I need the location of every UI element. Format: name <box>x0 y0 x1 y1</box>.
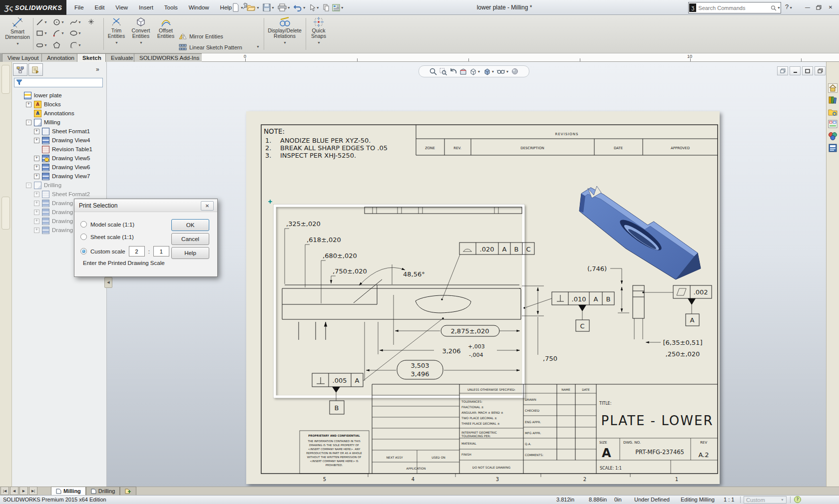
print-icon[interactable]: ▼ <box>277 2 292 12</box>
menu-view[interactable]: View <box>110 2 133 13</box>
doc-restore-icon[interactable] <box>815 66 826 75</box>
tab-view-layout[interactable]: View Layout <box>2 53 44 62</box>
drawing-sheet[interactable]: NOTE: 1. ANODIZE BLUE PER XYZ-50. 2. BRE… <box>246 111 720 484</box>
fcf-profile[interactable]: .020 A B C <box>442 243 534 298</box>
hide-show-items-icon[interactable]: ▼ <box>497 68 509 75</box>
fcf-perpendicularity[interactable]: .010 A B C <box>526 292 614 331</box>
tree-item-lower-plate[interactable]: lower plate <box>12 91 107 100</box>
tree-item-annotations[interactable]: Annotations <box>12 109 107 118</box>
fcf-perpendicularity-2[interactable]: .005 A B <box>312 373 363 414</box>
menu-insert[interactable]: Insert <box>133 2 159 13</box>
expand-icon[interactable]: + <box>34 210 39 215</box>
menu-tools[interactable]: Tools <box>159 2 183 13</box>
add-sheet-tab[interactable] <box>120 487 136 495</box>
spline-tool-icon[interactable]: ▼ <box>70 18 81 26</box>
display-delete-relations-button[interactable]: Display/Delete Relations▼ <box>266 16 303 45</box>
menu-edit[interactable]: Edit <box>89 2 110 13</box>
expand-icon[interactable]: + <box>34 129 39 134</box>
view-settings-icon[interactable]: ▼ <box>331 3 345 12</box>
tab-sketch[interactable]: Sketch <box>77 53 107 62</box>
mirror-entities-icon[interactable] <box>179 33 187 40</box>
mirror-entities-label[interactable]: Mirror Entities <box>189 33 223 39</box>
save-icon[interactable]: ▼ <box>262 2 276 12</box>
sheet-tab-drilling[interactable]: Drilling <box>86 487 120 495</box>
selected-drawing-view-border[interactable] <box>268 200 525 398</box>
property-manager-tab[interactable] <box>28 63 43 76</box>
tree-item-drawing-view6[interactable]: +Drawing View6 <box>12 163 107 172</box>
slot-tool-icon[interactable]: ▼ <box>36 41 47 49</box>
polygon-tool-icon[interactable] <box>53 41 60 49</box>
top-view[interactable] <box>365 207 522 214</box>
first-sheet-icon[interactable]: |◀ <box>0 487 9 495</box>
line-tool-icon[interactable]: ▼ <box>36 18 47 26</box>
edit-appearance-icon[interactable] <box>511 68 518 75</box>
collapse-icon[interactable]: - <box>26 183 31 188</box>
tree-item-drawing-view7[interactable]: +Drawing View7 <box>12 172 107 181</box>
menu-window[interactable]: Window <box>183 2 215 13</box>
tree-item-blocks[interactable]: +Blocks <box>12 100 107 109</box>
dialog-close-button[interactable]: ✕ <box>201 201 214 211</box>
trim-entities-button[interactable]: Trim Entities▼ <box>105 16 128 45</box>
fillet-tool-icon[interactable]: ▼ <box>70 41 81 49</box>
view-palette-icon[interactable] <box>828 119 838 129</box>
radio-icon[interactable] <box>80 234 87 240</box>
search-scope-icon[interactable]: Ʒ <box>689 3 696 12</box>
expand-icon[interactable]: + <box>34 138 39 143</box>
previous-sheet-icon[interactable]: ◀ <box>10 487 18 495</box>
previous-view-icon[interactable] <box>449 68 457 75</box>
zoom-to-fit-icon[interactable] <box>429 68 437 75</box>
feature-tree-tab[interactable] <box>13 63 27 76</box>
side-view[interactable] <box>633 285 644 339</box>
solidworks-resources-icon[interactable] <box>828 83 838 93</box>
next-sheet-icon[interactable]: ▶ <box>19 487 28 495</box>
scale-denominator-input[interactable] <box>153 246 169 256</box>
dialog-title-bar[interactable]: Print Selection <box>74 199 217 212</box>
revisions-table[interactable]: REVISIONS ZONE REV. DESCRIPTION DATE APP… <box>416 125 718 155</box>
open-icon[interactable]: ▼ <box>246 2 261 12</box>
doc-minimize-icon[interactable] <box>790 66 801 75</box>
linear-sketch-pattern-icon[interactable] <box>179 44 187 51</box>
expand-icon[interactable]: + <box>34 228 39 233</box>
cascade-windows-icon[interactable] <box>777 66 788 75</box>
search-dropdown-icon[interactable]: ▼ <box>777 6 781 9</box>
collapse-icon[interactable]: - <box>26 120 31 125</box>
linear-pattern-dropdown-icon[interactable]: ▼ <box>256 45 260 48</box>
units-combo[interactable]: Custom▼ <box>744 496 787 504</box>
display-style-icon[interactable]: ▼ <box>483 68 495 75</box>
ok-button[interactable]: OK <box>171 219 209 231</box>
linear-sketch-pattern-label[interactable]: Linear Sketch Pattern <box>189 44 242 50</box>
search-input[interactable] <box>697 5 771 11</box>
custom-properties-icon[interactable] <box>828 143 838 153</box>
scale-numerator-input[interactable] <box>129 246 145 256</box>
expand-icon[interactable]: + <box>34 156 39 161</box>
sheet-tab-milling[interactable]: Milling <box>51 487 86 495</box>
offset-entities-button[interactable]: Offset Entities <box>154 16 178 39</box>
last-sheet-icon[interactable]: ▶| <box>29 487 37 495</box>
file-explorer-icon[interactable] <box>828 107 838 117</box>
status-help-icon[interactable]: ? <box>794 496 801 504</box>
custom-scale-radio[interactable]: Custom scale : <box>80 246 169 256</box>
expand-icon[interactable]: + <box>26 102 31 107</box>
convert-entities-button[interactable]: Convert Entities▼ <box>129 16 153 45</box>
section-view-icon[interactable] <box>459 68 467 75</box>
expand-icon[interactable]: + <box>34 192 39 197</box>
radio-icon[interactable] <box>80 221 87 228</box>
tree-item-drawing-view4[interactable]: +Drawing View4 <box>12 136 107 145</box>
cancel-button[interactable]: Cancel <box>171 233 209 245</box>
tree-item-drilling[interactable]: -Drilling <box>12 181 107 190</box>
arc-tool-icon[interactable]: ▼ <box>53 29 64 37</box>
title-block[interactable]: UNLESS OTHERWISE SPECIFIED: TOLERANCES: … <box>300 384 718 482</box>
tree-filter-input[interactable] <box>14 78 103 87</box>
ellipse-tool-icon[interactable]: ▼ <box>70 29 81 37</box>
window-close-button[interactable]: ✕ <box>826 3 835 11</box>
tree-item-milling[interactable]: -Milling <box>12 118 107 127</box>
window-minimize-button[interactable]: — <box>803 3 812 11</box>
panel-splitter-handle[interactable]: ◀ <box>104 277 112 288</box>
design-library-icon[interactable] <box>828 95 838 105</box>
rectangle-tool-icon[interactable]: ▼ <box>36 29 47 37</box>
tab-annotation[interactable]: Annotation <box>41 53 80 62</box>
tree-item-sheet-format1[interactable]: +Sheet Format1 <box>12 127 107 136</box>
doc-maximize-icon[interactable] <box>802 66 813 75</box>
undo-icon[interactable]: ▼ <box>293 3 307 12</box>
menu-file[interactable]: File <box>69 2 89 13</box>
